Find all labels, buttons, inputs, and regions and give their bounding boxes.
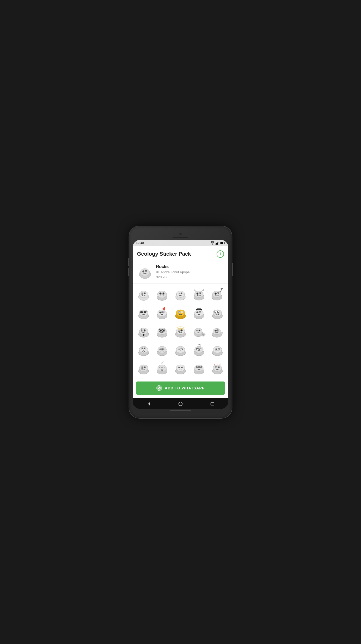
whatsapp-icon [156,385,162,391]
phone-bottom [133,409,228,414]
svg-point-128 [217,330,218,331]
sticker-14[interactable] [190,323,208,340]
front-camera [179,233,182,235]
sticker-3[interactable] [172,286,189,303]
sticker-6[interactable] [135,304,152,321]
info-button[interactable]: i [217,250,224,258]
svg-rect-45 [221,288,223,290]
earpiece-speaker [173,237,188,238]
back-button[interactable] [146,401,152,407]
pack-details: Rocks dr. Andrei Ionut Apopei 320 kB [156,264,191,279]
svg-point-90 [141,330,142,331]
sticker-17[interactable] [153,341,171,358]
volume-down-button[interactable] [128,268,129,276]
svg-point-25 [163,293,164,294]
svg-point-31 [179,293,179,294]
svg-point-71 [182,311,183,312]
svg-line-175 [145,369,145,370]
svg-point-157 [213,346,222,353]
svg-point-65 [163,311,164,313]
svg-point-167 [139,365,148,371]
sticker-24[interactable] [190,359,208,377]
svg-point-109 [178,330,179,331]
svg-point-111 [181,330,182,331]
sticker-2[interactable] [153,286,171,303]
svg-rect-6 [225,242,225,244]
pack-info: Rocks dr. Andrei Ionut Apopei 320 kB [133,261,228,284]
svg-point-43 [200,293,201,294]
svg-line-173 [142,369,142,370]
sticker-20[interactable] [209,341,226,358]
app-content: Geology Sticker Pack i [133,246,228,398]
wifi-icon [210,241,214,245]
svg-text:?!: ?! [198,343,201,346]
sticker-18[interactable] [172,341,189,358]
svg-point-200 [218,367,219,368]
app-title: Geology Sticker Pack [137,251,191,257]
svg-point-159 [215,348,216,349]
svg-point-88 [139,328,148,334]
sticker-1[interactable] [135,286,152,303]
add-to-whatsapp-button[interactable]: ADD TO WHATSAPP [136,382,225,395]
pack-size: 320 kB [156,275,191,279]
svg-point-53 [139,310,148,316]
svg-point-143 [176,346,185,353]
svg-point-196 [213,365,222,371]
svg-point-137 [158,346,167,353]
sticker-5[interactable] [209,286,226,303]
svg-rect-1 [216,243,217,245]
svg-point-61 [158,310,167,316]
recents-button[interactable] [209,401,215,407]
info-icon: i [220,252,221,256]
svg-rect-0 [216,244,216,245]
svg-point-69 [178,312,179,313]
add-button-text: ADD TO WHATSAPP [165,386,204,390]
phone-device: 10:48 × [129,226,232,418]
home-button[interactable] [178,401,183,407]
svg-point-113 [195,328,202,334]
svg-point-126 [215,330,216,331]
sticker-8[interactable] [172,304,189,321]
sticker-10[interactable]: $ $ [209,304,226,321]
sticker-22[interactable]: z z z [153,359,171,377]
pack-name: Rocks [156,264,191,269]
sticker-21[interactable] [135,359,152,377]
volume-up-button[interactable] [128,258,129,266]
sticker-grid: $ $ [133,284,228,379]
svg-point-203 [179,402,182,406]
svg-point-82 [213,310,222,316]
battery-icon [220,242,225,244]
signal-icon: × [216,241,219,245]
power-button[interactable] [232,263,233,276]
sticker-16[interactable] [135,341,152,358]
sticker-4[interactable] [190,286,208,303]
sticker-15[interactable] [209,323,226,340]
phone-screen: 10:48 × [133,240,228,409]
svg-point-132 [142,348,143,349]
sticker-11[interactable] [135,323,152,340]
svg-point-51 [218,293,218,294]
svg-point-80 [199,312,200,313]
svg-point-67 [176,310,185,316]
sticker-19[interactable]: ?! [190,341,208,358]
svg-rect-55 [144,311,146,313]
svg-point-9 [140,269,150,276]
svg-point-118 [201,333,205,336]
svg-point-15 [139,291,148,298]
svg-point-76 [195,310,203,316]
svg-point-194 [200,366,201,367]
nav-bar [133,398,228,409]
sticker-9[interactable] [190,304,208,321]
svg-point-49 [215,293,216,294]
svg-rect-204 [211,403,214,405]
sticker-12[interactable] [153,323,171,340]
svg-point-13 [146,271,147,271]
sticker-25[interactable] [209,359,226,377]
svg-point-169 [142,367,142,368]
sticker-7[interactable] [153,304,171,321]
svg-point-11 [143,271,144,272]
svg-rect-2 [217,242,218,245]
sticker-23[interactable] [172,359,189,377]
pack-icon [137,264,153,280]
sticker-13[interactable] [172,323,189,340]
